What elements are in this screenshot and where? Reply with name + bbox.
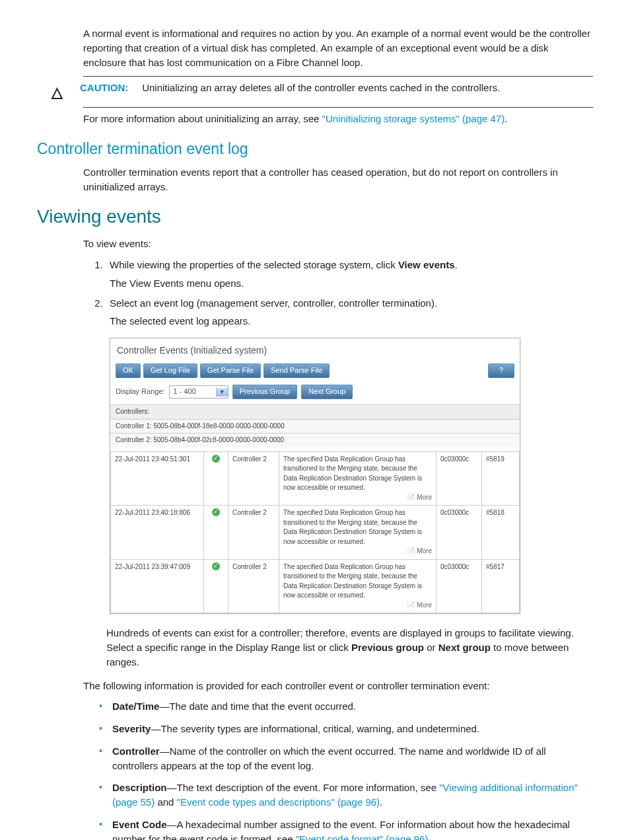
caution-icon: △ [52, 82, 63, 103]
intro-paragraph: A normal event is informational and requ… [83, 26, 593, 69]
field-text: —The text description of the event. For … [167, 782, 440, 793]
cell-controller: Controller 2 [228, 506, 279, 560]
divider [83, 76, 593, 77]
controller-1-row: Controller 1: 5005-08b4-000f-18e8-0000-0… [110, 419, 520, 434]
table-row: 22-Jul-2011 23:40:18:806 Controller 2 Th… [111, 506, 520, 560]
divider [83, 107, 593, 108]
text: . [454, 259, 457, 270]
help-button[interactable]: ? [488, 363, 514, 378]
view-events-bold: View events [398, 259, 455, 270]
cell-code: 0c03000c [437, 506, 482, 560]
next-group-bold: Next group [438, 642, 491, 653]
cell-controller: Controller 2 [228, 559, 279, 613]
event-code-format-link[interactable]: "Event code format" (page 96) [296, 833, 429, 841]
field-text: —The severity types are informational, c… [151, 723, 479, 734]
cell-seq: #5819 [482, 451, 520, 506]
field-text: —The date and time that the event occurr… [159, 701, 356, 712]
get-log-file-button[interactable]: Get Log File [143, 363, 197, 378]
list-item: Description—The text description of the … [96, 781, 593, 810]
heading-viewing-events: Viewing events [37, 204, 593, 231]
more-link[interactable]: 📄 More [283, 547, 432, 556]
cell-description: The specified Data Replication Group has… [279, 451, 437, 506]
cell-status [204, 506, 228, 560]
event-code-types-link[interactable]: "Event code types and descriptions" (pag… [177, 796, 380, 808]
text: . [428, 833, 431, 841]
list-item: Severity—The severity types are informat… [96, 722, 593, 736]
text: More [417, 494, 432, 501]
post-caution-paragraph: For more information about uninitializin… [83, 112, 593, 126]
ok-icon [212, 508, 220, 516]
viewing-lead: To view events: [83, 237, 593, 251]
send-parse-file-button[interactable]: Send Parse File [263, 363, 330, 378]
previous-group-bold: Previous group [351, 642, 424, 653]
more-link[interactable]: 📄 More [283, 601, 432, 611]
step-2-sub: The selected event log appears. [110, 314, 593, 328]
cell-timestamp: 22-Jul-2011 23:39:47:009 [111, 559, 204, 613]
text: and [155, 796, 176, 808]
caution-label: CAUTION: [80, 82, 128, 93]
step-1-sub: The View Events menu opens. [110, 276, 593, 291]
screenshot-title: Controller Events (Initialized system) [110, 338, 520, 362]
chevron-down-icon: ▼ [216, 388, 228, 397]
cell-status [204, 559, 228, 613]
display-range-row: Display Range: 1 - 400 ▼ Previous Group … [110, 382, 520, 404]
text: Select an event log (management server, … [110, 297, 437, 309]
text: The specified Data Replication Group has… [283, 563, 422, 599]
list-item: Event Code—A hexadecimal number assigned… [96, 818, 593, 840]
table-row: 22-Jul-2011 23:39:47:009 Controller 2 Th… [111, 559, 520, 613]
events-table: 22-Jul-2011 23:40:51:301 Controller 2 Th… [110, 451, 520, 614]
cell-code: 0c03000c [437, 451, 482, 506]
text: . [380, 796, 382, 808]
ok-icon [212, 562, 220, 570]
field-label: Description [112, 782, 167, 793]
text: More [417, 601, 432, 609]
field-list: Date/Time—The date and time that the eve… [96, 699, 593, 840]
controller-events-screenshot: Controller Events (Initialized system) O… [110, 338, 520, 614]
controllers-label: Controllers: [110, 404, 520, 419]
text: . [505, 113, 507, 124]
cell-status [204, 451, 228, 506]
list-item: Controller—Name of the controller on whi… [96, 744, 593, 773]
uninitializing-link[interactable]: "Uninitializing storage systems" (page 4… [322, 113, 505, 124]
after-shot-paragraph-1: Hundreds of events can exist for a contr… [106, 626, 593, 669]
cell-controller: Controller 2 [228, 451, 279, 506]
cell-timestamp: 22-Jul-2011 23:40:18:806 [111, 506, 204, 560]
step-2: Select an event log (management server, … [106, 296, 593, 329]
field-text: —Name of the controller on which the eve… [112, 745, 546, 771]
cell-timestamp: 22-Jul-2011 23:40:51:301 [111, 451, 204, 506]
select-value: 1 - 400 [170, 386, 216, 398]
text: The specified Data Replication Group has… [283, 455, 422, 492]
field-label: Event Code [112, 819, 167, 830]
ok-button[interactable]: OK [116, 363, 141, 378]
ctel-paragraph: Controller termination events report tha… [83, 165, 593, 194]
cell-code: 0c03000c [437, 559, 482, 613]
more-link[interactable]: 📄 More [283, 493, 432, 503]
text: or [424, 642, 438, 653]
cell-seq: #5817 [482, 559, 520, 613]
text: More [417, 547, 432, 554]
next-group-button[interactable]: Next Group [301, 385, 353, 399]
caution-text: Uninitializing an array deletes all of t… [142, 82, 500, 93]
display-range-select[interactable]: 1 - 400 ▼ [169, 385, 228, 399]
cell-description: The specified Data Replication Group has… [279, 559, 437, 613]
step-1: While viewing the properties of the sele… [106, 258, 593, 291]
get-parse-file-button[interactable]: Get Parse File [200, 363, 261, 378]
previous-group-button[interactable]: Previous Group [232, 385, 297, 399]
controller-2-row: Controller 2: 5005-08b4-000f-02c8-0000-0… [110, 433, 520, 447]
field-label: Date/Time [112, 701, 159, 712]
cell-description: The specified Data Replication Group has… [279, 506, 437, 560]
display-range-label: Display Range: [116, 387, 165, 397]
text: The specified Data Replication Group has… [283, 509, 422, 545]
text: While viewing the properties of the sele… [110, 259, 398, 270]
cell-seq: #5818 [482, 506, 520, 560]
caution-block: △ CAUTION: Uninitializing an array delet… [52, 81, 593, 103]
screenshot-toolbar: OK Get Log File Get Parse File Send Pars… [110, 362, 520, 382]
after-shot-paragraph-2: The following information is provided fo… [83, 679, 593, 693]
steps-list: While viewing the properties of the sele… [106, 258, 593, 328]
ok-icon [212, 455, 220, 463]
field-label: Severity [112, 723, 151, 734]
field-label: Controller [112, 745, 160, 757]
list-item: Date/Time—The date and time that the eve… [96, 699, 593, 714]
table-row: 22-Jul-2011 23:40:51:301 Controller 2 Th… [111, 451, 520, 506]
text: For more information about uninitializin… [83, 113, 322, 124]
